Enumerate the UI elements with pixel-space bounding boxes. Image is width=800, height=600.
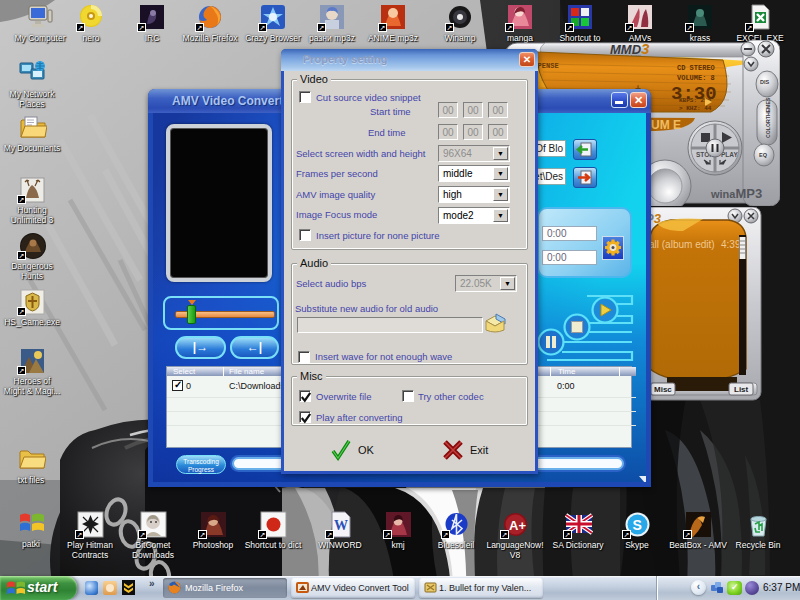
svg-text:List: List [734,385,749,394]
svg-text:CD STEREO: CD STEREO [677,64,715,72]
svg-text:EQ: EQ [759,152,768,158]
svg-text:DIS: DIS [760,79,770,85]
svg-text:A+: A+ [509,518,526,533]
svg-text:COLORTHEMES: COLORTHEMES [765,97,771,138]
svg-text:S: S [633,517,642,533]
svg-text:W: W [334,518,348,533]
svg-text:all (album edit): all (album edit) [649,239,715,250]
svg-text:PLAY: PLAY [721,151,738,158]
svg-text:winaMP3: winaMP3 [710,186,762,201]
svg-text:UM E: UM E [651,118,681,132]
svg-text:4:39: 4:39 [721,239,741,250]
svg-text:Misc: Misc [654,385,672,394]
